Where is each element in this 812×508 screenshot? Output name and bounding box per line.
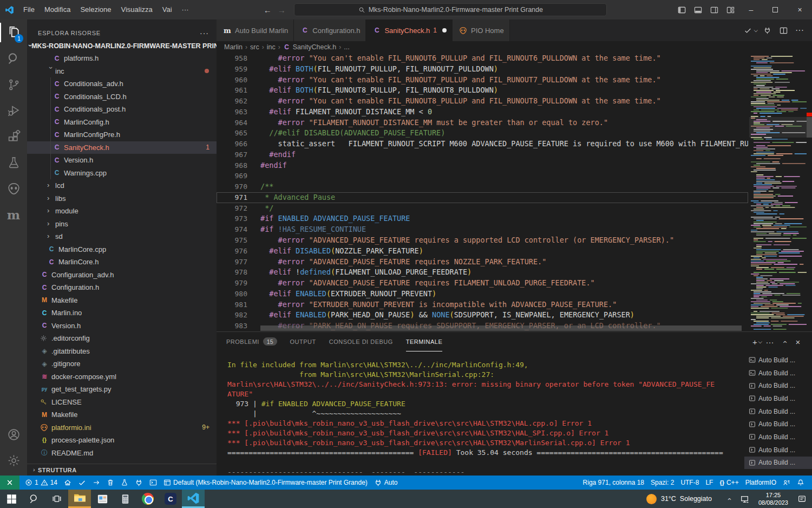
command-center-search[interactable]: Mks-Robin-Nano-Marlin2.0-Firmware-master…: [294, 3, 607, 16]
tree-item-docker-compose-yml[interactable]: ≋docker-compose.yml: [27, 370, 217, 383]
tree-item-platformio-ini[interactable]: platformio.ini9+: [27, 421, 217, 434]
toggle-sidebar-icon[interactable]: [674, 2, 690, 17]
terminal-instance-2[interactable]: Auto Build ...: [744, 367, 812, 380]
task-view-button[interactable]: [45, 490, 68, 508]
customize-layout-icon[interactable]: [723, 2, 739, 17]
activity-auto-build-marlin[interactable]: m: [0, 201, 27, 227]
menu-vai[interactable]: Vai: [158, 3, 177, 17]
pio-env-selector[interactable]: Default (Mks-Robin-Nano-Marlin2.0-Firmwa…: [160, 476, 371, 490]
line-number[interactable]: 962: [217, 96, 247, 107]
horizontal-scrollbar[interactable]: [260, 325, 742, 331]
clock-widget[interactable]: 17:25 08/08/2023: [754, 491, 793, 507]
tree-item-libs[interactable]: ›libs: [27, 192, 217, 205]
run-task-dropdown-icon[interactable]: ⌵: [754, 27, 758, 34]
pio-build-button[interactable]: [75, 476, 89, 490]
line-number[interactable]: 964: [217, 118, 247, 128]
line-number[interactable]: 970: [217, 181, 247, 192]
line-number[interactable]: 967: [217, 149, 247, 160]
terminal-instance-9[interactable]: Auto Build ...: [744, 457, 812, 470]
line-number[interactable]: 980: [217, 289, 247, 299]
line-number[interactable]: 977: [217, 257, 247, 268]
tree-item-warnings-cpp[interactable]: CWarnings.cpp: [27, 167, 217, 180]
activity-explorer[interactable]: 1: [0, 19, 27, 45]
tree-item-get-test-targets-py[interactable]: pyget_test_targets.py: [27, 383, 217, 396]
tree-item-marlinconfigpre-h[interactable]: CMarlinConfigPre.h: [27, 128, 217, 141]
activity-source-control[interactable]: [0, 71, 27, 97]
taskbar-search-button[interactable]: [23, 490, 45, 508]
terminal-instance-1[interactable]: Auto Build ...: [744, 354, 812, 367]
terminal-instance-6[interactable]: Auto Build ...: [744, 418, 812, 431]
tree-item-gitattributes[interactable]: ◈.gitattributes: [27, 345, 217, 358]
breadcrumb-item-[interactable]: ...: [344, 43, 349, 51]
breadcrumb-item-src[interactable]: src: [250, 43, 259, 51]
pio-serial-monitor-button[interactable]: [132, 476, 146, 490]
terminal-instance-5[interactable]: Auto Build ...: [744, 405, 812, 418]
pio-clean-button[interactable]: [103, 476, 117, 490]
notification-center-icon[interactable]: [795, 494, 809, 504]
run-task-icon[interactable]: [741, 23, 755, 37]
panel-tab-console-di-debug[interactable]: CONSOLE DI DEBUG: [329, 332, 393, 351]
line-number[interactable]: 981: [217, 299, 247, 310]
toggle-panel-icon[interactable]: [690, 2, 706, 17]
maximize-panel-icon[interactable]: ›: [777, 335, 790, 348]
line-number[interactable]: 973: [217, 213, 247, 224]
tree-item-platforms-h[interactable]: Cplatforms.h: [27, 52, 217, 65]
line-number[interactable]: 968: [217, 160, 247, 171]
sidebar-more-actions-icon[interactable]: ···: [200, 29, 209, 37]
start-button[interactable]: [0, 490, 23, 508]
tree-item-sd[interactable]: ›sd: [27, 230, 217, 243]
activity-run-debug[interactable]: [0, 97, 27, 123]
tree-item-readme-md[interactable]: ⓘREADME.md: [27, 447, 217, 460]
feedback-button[interactable]: [780, 476, 794, 490]
nav-back-button[interactable]: ←: [260, 5, 274, 15]
panel-tab-output[interactable]: OUTPUT: [290, 332, 316, 351]
window-restore-button[interactable]: [763, 0, 788, 19]
split-editor-icon[interactable]: [776, 23, 790, 37]
pio-port-selector[interactable]: Auto: [371, 476, 401, 490]
cursor-position[interactable]: Riga 971, colonna 18: [580, 476, 647, 490]
tree-item-pins[interactable]: ›pins: [27, 218, 217, 231]
tab-configuration-h[interactable]: CConfiguration.h: [294, 19, 366, 41]
tab-auto-build-marlin[interactable]: mAuto Build Marlin: [217, 19, 294, 41]
pio-test-button[interactable]: [117, 476, 132, 490]
line-number[interactable]: 971: [217, 192, 247, 203]
terminal-instance-7[interactable]: Auto Build ...: [744, 431, 812, 444]
line-number[interactable]: 976: [217, 246, 247, 257]
line-number[interactable]: 974: [217, 224, 247, 235]
platformio-status[interactable]: PlatformIO: [742, 476, 780, 490]
activity-platformio[interactable]: [0, 175, 27, 201]
line-number[interactable]: 979: [217, 278, 247, 289]
tree-item-marlincore-h[interactable]: CMarlinCore.h: [27, 256, 217, 269]
plug-icon[interactable]: [760, 23, 774, 37]
tree-item-sanitycheck-h[interactable]: CSanityCheck.h1: [27, 141, 217, 154]
eol-setting[interactable]: LF: [702, 476, 716, 490]
tree-item-configuration-h[interactable]: CConfiguration.h: [27, 281, 217, 294]
tree-item-gitignore[interactable]: ◈.gitignore: [27, 357, 217, 370]
activity-settings[interactable]: [0, 447, 27, 473]
menu-file[interactable]: File: [18, 3, 40, 17]
tree-root-folder[interactable]: › MKS-ROBIN-NANO-MARLIN2.0-FIRMWARE-MAST…: [27, 40, 217, 52]
terminal-instance-3[interactable]: Auto Build ...: [744, 379, 812, 392]
pio-home-button[interactable]: [61, 476, 75, 490]
close-panel-icon[interactable]: ×: [791, 335, 804, 348]
line-number[interactable]: 978: [217, 267, 247, 278]
menu-[interactable]: ···: [177, 3, 194, 17]
line-number[interactable]: 961: [217, 85, 247, 96]
panel-tab-problemi[interactable]: PROBLEMI15: [226, 332, 277, 351]
panel-tab-terminale[interactable]: TERMINALE: [406, 332, 442, 351]
tree-item-lcd[interactable]: ›lcd: [27, 179, 217, 192]
line-number[interactable]: 958: [217, 53, 247, 64]
tree-item-license[interactable]: LICENSE: [27, 396, 217, 409]
tree-item-marlinconfig-h[interactable]: CMarlinConfig.h: [27, 116, 217, 129]
line-number[interactable]: 959: [217, 64, 247, 75]
notifications-button[interactable]: [794, 476, 808, 490]
scrollbar-slider[interactable]: [807, 117, 812, 138]
activity-testing[interactable]: [0, 149, 27, 175]
window-minimize-button[interactable]: –: [739, 0, 763, 19]
line-number[interactable]: 963: [217, 107, 247, 118]
breadcrumb-item-sanitycheck-h[interactable]: SanityCheck.h: [293, 43, 337, 51]
tree-item-makefile[interactable]: MMakefile: [27, 408, 217, 421]
tree-item-inc[interactable]: ›inc: [27, 65, 217, 78]
pio-upload-button[interactable]: [89, 476, 103, 490]
remote-indicator[interactable]: [0, 476, 19, 490]
